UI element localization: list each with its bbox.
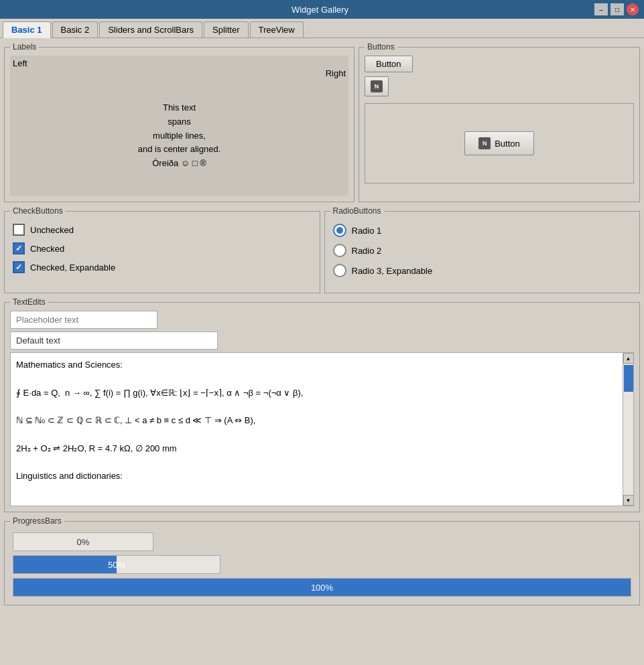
buttons-legend: Buttons xyxy=(365,42,397,52)
labels-inner: Left Right This text spans multiple line… xyxy=(10,56,348,196)
center-line4: and is center aligned. xyxy=(138,143,221,157)
progressbars-section: ProgressBars 0% 50% 100% xyxy=(4,516,640,605)
window-controls: – □ ✕ xyxy=(594,3,639,15)
checkbox-label-unchecked: Unchecked xyxy=(30,225,74,235)
tab-treeview[interactable]: TreeView xyxy=(250,21,304,38)
normal-button[interactable]: Button xyxy=(365,56,413,72)
title-bar: Widget Gallery – □ ✕ xyxy=(0,0,644,19)
math-textarea[interactable]: Mathematics and Sciences: ∮ E·da = Q, n … xyxy=(11,353,623,506)
radio-item-1[interactable]: Radio 1 xyxy=(333,224,632,237)
minimize-button[interactable]: – xyxy=(594,3,608,15)
tab-sliders[interactable]: Sliders and ScrollBars xyxy=(99,21,202,38)
radio-circle-1 xyxy=(333,224,346,237)
radio-item-3[interactable]: Radio 3, Expandable xyxy=(333,264,632,277)
tab-basic1[interactable]: Basic 1 xyxy=(3,21,51,38)
scroll-down-arrow[interactable]: ▼ xyxy=(623,495,634,506)
main-content: Labels Left Right This text spans multip… xyxy=(0,38,644,609)
labels-section: Labels Left Right This text spans multip… xyxy=(4,42,355,202)
progressbars-legend: ProgressBars xyxy=(10,516,64,526)
maximize-button[interactable]: □ xyxy=(610,3,624,15)
large-button-label: Button xyxy=(495,139,520,149)
checkmark-1: ✓ xyxy=(15,244,22,253)
checkbox-label-checked: Checked xyxy=(30,244,64,254)
checkbox-box-unchecked xyxy=(13,224,25,236)
center-line1: This text xyxy=(138,101,221,115)
labels-legend: Labels xyxy=(10,42,39,52)
checkmark-2: ✓ xyxy=(15,263,22,272)
textedits-inner: Mathematics and Sciences: ∮ E·da = Q, n … xyxy=(10,311,634,506)
radio-dot-1 xyxy=(336,227,343,234)
checkbuttons-section: CheckButtons Unchecked ✓ Checked ✓ Chec xyxy=(4,206,320,293)
progress-label-0: 0% xyxy=(77,537,90,547)
scrollbar-vertical[interactable]: ▲ ▼ xyxy=(623,353,633,506)
progress-bar-50: 50% xyxy=(13,555,220,574)
progress-bar-100: 100% xyxy=(13,578,631,597)
large-icon-button[interactable]: N Button xyxy=(464,131,534,155)
tab-splitter[interactable]: Splitter xyxy=(204,21,248,38)
icon-button-small[interactable]: N xyxy=(365,76,389,96)
checkbuttons-legend: CheckButtons xyxy=(10,206,66,216)
checkbox-unchecked[interactable]: Unchecked xyxy=(13,224,312,236)
radio-label-3: Radio 3, Expandable xyxy=(352,266,433,276)
center-line5: Óreiða ☺ □ ® xyxy=(138,157,221,171)
buttons-section: Buttons Button N N Button xyxy=(359,42,640,202)
label-center-block: This text spans multiple lines, and is c… xyxy=(13,78,346,194)
center-line3: multiple lines, xyxy=(138,129,221,143)
radio-items: Radio 1 Radio 2 Radio 3, Expandable xyxy=(330,220,635,281)
checkbox-checked[interactable]: ✓ Checked xyxy=(13,242,312,254)
progress-bar-0: 0% xyxy=(13,532,153,551)
progress-fill-50 xyxy=(13,556,117,573)
top-row: Labels Left Right This text spans multip… xyxy=(4,42,640,202)
checkbox-checked-expandable[interactable]: ✓ Checked, Expandable xyxy=(13,261,312,273)
textarea-wrapper: Mathematics and Sciences: ∮ E·da = Q, n … xyxy=(10,352,634,506)
label-left: Left xyxy=(13,58,346,68)
radio-circle-3 xyxy=(333,264,346,277)
textedits-legend: TextEdits xyxy=(10,297,48,307)
notion-icon-small: N xyxy=(371,80,383,92)
default-text-input[interactable] xyxy=(10,331,218,350)
tab-basic2[interactable]: Basic 2 xyxy=(52,21,99,38)
notion-icon-large: N xyxy=(478,137,491,149)
scrollbar-thumb[interactable] xyxy=(624,365,633,392)
window-title: Widget Gallery xyxy=(46,5,594,15)
tab-bar: Basic 1 Basic 2 Sliders and ScrollBars S… xyxy=(0,19,644,38)
progress-label-100: 100% xyxy=(311,583,333,593)
radio-circle-2 xyxy=(333,244,346,257)
buttons-inner: Button N N Button xyxy=(365,56,634,183)
progress-label-50: 50% xyxy=(108,560,125,570)
large-button-area: N Button xyxy=(365,103,634,183)
checkbox-label-expandable: Checked, Expandable xyxy=(30,263,115,273)
scroll-up-arrow[interactable]: ▲ xyxy=(623,353,634,364)
textedits-section: TextEdits Mathematics and Sciences: ∮ E·… xyxy=(4,297,640,512)
label-center: This text spans multiple lines, and is c… xyxy=(138,101,221,171)
checkbox-box-checked-exp: ✓ xyxy=(13,261,25,273)
check-items: Unchecked ✓ Checked ✓ Checked, Expandabl… xyxy=(10,220,314,277)
middle-row: CheckButtons Unchecked ✓ Checked ✓ Chec xyxy=(4,206,640,293)
radio-item-2[interactable]: Radio 2 xyxy=(333,244,632,257)
center-line2: spans xyxy=(138,115,221,129)
label-right: Right xyxy=(13,68,346,78)
progress-inner: 0% 50% 100% xyxy=(10,530,634,599)
radiobuttons-section: RadioButtons Radio 1 Radio 2 Radio 3, Ex… xyxy=(324,206,641,293)
radiobuttons-legend: RadioButtons xyxy=(330,206,384,216)
radio-label-1: Radio 1 xyxy=(352,226,382,236)
radio-label-2: Radio 2 xyxy=(352,246,382,256)
scrollbar-track xyxy=(623,364,633,495)
checkbox-box-checked: ✓ xyxy=(13,242,25,254)
close-button[interactable]: ✕ xyxy=(627,3,639,15)
placeholder-input[interactable] xyxy=(10,311,157,329)
